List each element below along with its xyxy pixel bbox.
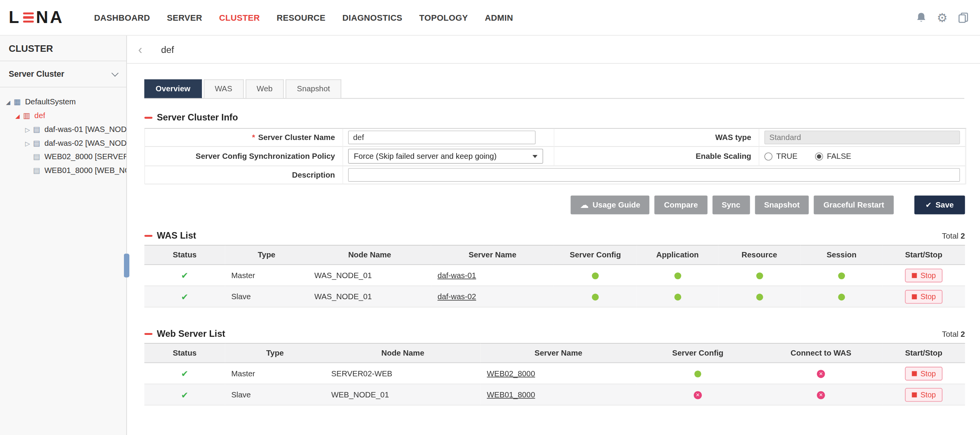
- stop-button[interactable]: Stop: [905, 290, 943, 303]
- nav-topology[interactable]: TOPOLOGY: [419, 13, 468, 22]
- connect-to-was-status-dot: [817, 370, 825, 378]
- server-config-status-dot: [694, 391, 702, 399]
- tree-item-label: DefaultSystem: [25, 97, 76, 106]
- server-config-status-dot: [592, 293, 599, 300]
- nav-resource[interactable]: RESOURCE: [277, 13, 325, 22]
- tree-item-defaultsystem[interactable]: DefaultSystem: [0, 95, 126, 109]
- sync-button[interactable]: Sync: [712, 196, 750, 214]
- stop-button[interactable]: Stop: [905, 366, 943, 380]
- cluster-icon: [22, 112, 31, 120]
- was-server-icon: [32, 125, 41, 133]
- tree-expander-icon[interactable]: [13, 111, 22, 120]
- cluster-sidebar: CLUSTER Server Cluster DefaultSystem def: [0, 36, 127, 435]
- tab-was[interactable]: WAS: [203, 79, 243, 98]
- save-button[interactable]: ✔ Save: [914, 196, 965, 214]
- type-cell: Master: [225, 363, 325, 384]
- tree-item-daf-was-01[interactable]: daf-was-01 [WAS_NODE_: [0, 122, 126, 136]
- nav-dashboard[interactable]: DASHBOARD: [94, 13, 150, 22]
- logo-letters-na: NA: [36, 8, 64, 27]
- nav-admin[interactable]: ADMIN: [485, 13, 513, 22]
- tab-web[interactable]: Web: [245, 79, 284, 98]
- tree-expander-icon[interactable]: [23, 139, 32, 148]
- col-type: Type: [225, 343, 325, 362]
- col-status: Status: [144, 343, 225, 362]
- usage-guide-button[interactable]: ☁ Usage Guide: [571, 196, 650, 214]
- compare-button[interactable]: Compare: [655, 196, 707, 214]
- main-nav: DASHBOARD SERVER CLUSTER RESOURCE DIAGNO…: [94, 13, 513, 22]
- sync-policy-label: Server Config Synchronization Policy: [145, 147, 343, 166]
- scaling-false-option[interactable]: FALSE: [815, 152, 851, 161]
- sidebar-group-server-cluster[interactable]: Server Cluster: [0, 61, 126, 87]
- section-web-server-list: Web Server List: [144, 329, 225, 339]
- nav-diagnostics[interactable]: DIAGNOSTICS: [342, 13, 402, 22]
- logo-letter-l: L: [9, 8, 21, 27]
- was-type-input: [764, 130, 960, 144]
- tree-expander-icon[interactable]: [23, 125, 32, 134]
- server-cluster-name-input[interactable]: [348, 130, 536, 144]
- tree-item-web02-8000[interactable]: WEB02_8000 [SERVER02-: [0, 150, 126, 164]
- notifications-bell-icon[interactable]: [916, 12, 926, 23]
- col-type: Type: [225, 245, 308, 264]
- status-ok-icon: [181, 369, 188, 378]
- sync-policy-select[interactable]: Force (Skip failed server and keep going…: [348, 149, 543, 164]
- section-server-cluster-info: Server Cluster Info: [144, 112, 964, 122]
- stop-button[interactable]: Stop: [905, 269, 943, 282]
- col-status: Status: [144, 245, 225, 264]
- sidebar-resize-handle[interactable]: [124, 254, 130, 277]
- stop-square-icon: [912, 294, 917, 299]
- stop-square-icon: [912, 392, 917, 397]
- tab-overview[interactable]: Overview: [144, 79, 201, 98]
- tree-item-label: daf-was-02 [WAS_NODE_: [45, 139, 126, 148]
- collapse-sidebar-chevron[interactable]: ‹: [133, 43, 147, 56]
- detail-tabs: Overview WAS Web Snapshot: [144, 79, 964, 99]
- section-dash-icon: [144, 117, 152, 119]
- required-asterisk: *: [252, 133, 255, 142]
- lena-logo[interactable]: L NA: [9, 8, 64, 27]
- section-dash-icon: [144, 235, 152, 237]
- server-name-link[interactable]: daf-was-01: [437, 271, 476, 280]
- docs-copy-icon[interactable]: [958, 12, 969, 23]
- action-button-row: ☁ Usage Guide Compare Sync Snapshot Grac…: [144, 196, 965, 214]
- web-total-count: Total 2: [942, 330, 965, 339]
- scaling-true-option[interactable]: TRUE: [764, 152, 797, 161]
- tab-snapshot[interactable]: Snapshot: [286, 79, 342, 98]
- tree-item-web01-8000[interactable]: WEB01_8000 [WEB_NOD: [0, 164, 126, 178]
- status-ok-icon: [181, 391, 188, 400]
- stop-button[interactable]: Stop: [905, 388, 943, 402]
- tree-expander-icon[interactable]: [4, 97, 13, 106]
- col-start-stop: Start/Stop: [883, 343, 965, 362]
- tree-item-daf-was-02[interactable]: daf-was-02 [WAS_NODE_: [0, 136, 126, 150]
- was-type-label: WAS type: [554, 129, 759, 147]
- table-row: Slave WAS_NODE_01 daf-was-02 Stop: [144, 286, 965, 307]
- nav-server[interactable]: SERVER: [167, 13, 202, 22]
- tree-item-label: WEB01_8000 [WEB_NOD: [45, 166, 126, 175]
- top-right-icons: ⚙: [916, 12, 969, 23]
- graceful-restart-button[interactable]: Graceful Restart: [814, 196, 893, 214]
- snapshot-button[interactable]: Snapshot: [755, 196, 809, 214]
- col-start-stop: Start/Stop: [883, 245, 965, 264]
- nav-cluster[interactable]: CLUSTER: [219, 13, 260, 22]
- radio-icon: [815, 152, 823, 160]
- server-name-link[interactable]: WEB01_8000: [487, 390, 535, 399]
- tree-item-def[interactable]: def: [0, 109, 126, 122]
- server-name-link[interactable]: daf-was-02: [437, 292, 476, 301]
- tree-item-label: def: [35, 111, 45, 120]
- was-list-header: WAS List Total 2: [144, 231, 965, 241]
- settings-gear-icon[interactable]: ⚙: [937, 12, 947, 23]
- section-title: Server Cluster Info: [157, 112, 238, 122]
- section-title: WAS List: [157, 231, 196, 241]
- col-resource: Resource: [718, 245, 800, 264]
- section-dash-icon: [144, 333, 152, 334]
- description-input[interactable]: [348, 168, 960, 182]
- col-server-config: Server Config: [636, 343, 759, 362]
- server-name-link[interactable]: WEB02_8000: [487, 369, 535, 378]
- sync-policy-selected-value: Force (Skip failed server and keep going…: [354, 152, 497, 161]
- main-panel: ‹ def Overview WAS Web Snapshot Server C…: [127, 36, 980, 435]
- check-icon: ✔: [926, 201, 932, 209]
- connect-to-was-status-dot: [817, 391, 825, 399]
- status-ok-icon: [181, 272, 188, 280]
- description-label: Description: [145, 166, 343, 184]
- type-cell: Master: [225, 265, 308, 286]
- col-application: Application: [637, 245, 718, 264]
- col-server-name: Server Name: [431, 245, 554, 264]
